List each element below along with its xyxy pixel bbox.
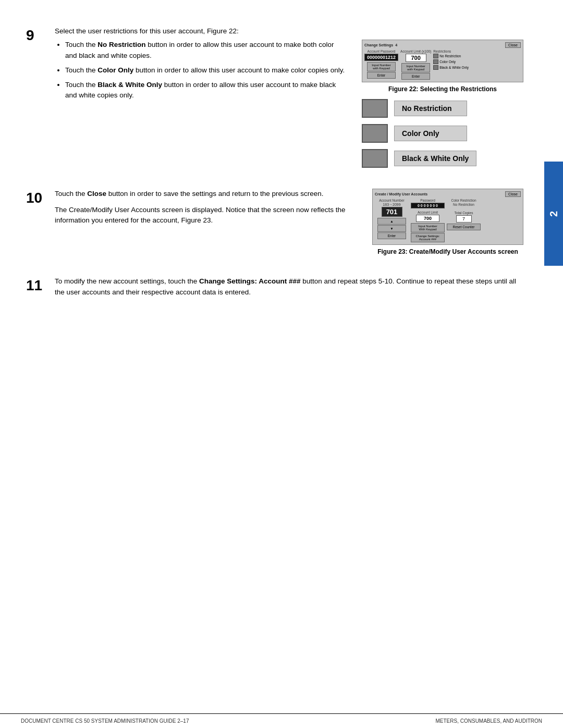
color-restr-label-23: Color Restriction [451,199,476,202]
bw-only-label-large[interactable]: Black & White Only [394,151,476,166]
color-only-button-row: Color Only [362,124,523,143]
acct-num-label: Account Number [379,199,404,202]
step9-content: Select the user restrictions for this us… [55,26,523,174]
bullet2-bold: Color Only [97,66,133,74]
acct-limit-label: Account Limit (x100) [400,50,431,53]
step10-row: 10 Touch the Close button in order to sa… [26,189,523,262]
acct-limit-label-23: Account Limit [418,211,438,214]
no-restr-box [433,54,438,58]
step10-para2: The Create/Modify User Accounts screen i… [55,205,357,226]
bullet1-bold: No Restriction [97,41,145,48]
screen23-close-btn[interactable]: Close [505,191,521,197]
step10-para1: Touch the Close button in order to save … [55,189,357,199]
up-arrow-btn[interactable]: ▲ [377,218,406,225]
step9-figure-col: Change Settings 4 Close Account Password… [362,40,523,174]
total-copies-value-23: 7 [456,215,472,223]
no-restr-text-23: No Restriction [453,203,474,206]
screen-close-button[interactable]: Close [505,42,521,48]
input-keypad-btn-2[interactable]: Input Numberwith Keypad [401,63,430,72]
step11-bold: Change Settings: Account ### [199,277,301,285]
figure22-screen: Change Settings 4 Close Account Password… [362,40,523,82]
restrictions-label: Restrictions [433,50,469,53]
color-only-label-large[interactable]: Color Only [394,126,467,141]
step9-intro: Select the user restrictions for this us… [55,26,523,36]
enter-btn-1[interactable]: Enter [367,72,396,79]
main-content: 9 Select the user restrictions for this … [0,0,563,713]
step11-content: To modify the new account settings, touc… [55,276,523,303]
screen-title: Change Settings [364,43,393,47]
input-keypad-btn-23[interactable]: Input NumberWith Keypad [411,223,445,232]
screen23-title: Create / Modify User Accounts [375,192,427,196]
bw-only-box [433,65,438,70]
page-container: 9 Select the user restrictions for this … [0,0,563,728]
step9-number: 9 [26,26,55,174]
footer-left: DOCUMENT CENTRE CS 50 SYSTEM ADMINISTRAT… [21,718,189,724]
step9-row: 9 Select the user restrictions for this … [26,26,523,174]
bullet2-after: button in order to allow this user accou… [133,66,345,74]
password-label-23: Password [420,199,435,202]
step11-para: To modify the new account settings, touc… [55,276,523,298]
total-copies-label-23: Total Copies [455,211,473,215]
bw-only-row: Black & White Only [433,65,469,70]
input-keypad-btn-1[interactable]: Input Numberwith Keypad [367,62,396,71]
color-only-row: Color Only [433,59,469,64]
figure23-caption: Figure 23: Create/Modify User Accounts s… [372,248,523,255]
mockup23-top: Create / Modify User Accounts Close [375,191,521,197]
no-restriction-label[interactable]: No Restriction [394,101,467,116]
bullet3-bold: Black & White Only [97,81,162,89]
step11-number: 11 [26,276,55,303]
large-restriction-buttons: No Restriction Color Only Black & White … [362,99,523,168]
change-settings-btn-23[interactable]: Change Settings:Account ### [411,233,445,242]
limit-value: 700 [406,54,426,62]
page-footer: DOCUMENT CENTRE CS 50 SYSTEM ADMINISTRAT… [0,713,563,728]
step9-bullet-list: Touch the No Restriction button in order… [55,40,346,101]
color-only-box-large[interactable] [362,124,388,143]
footer-right: METERS, CONSUMABLES, AND AUDITRON [436,718,542,724]
acct-limit-value-23: 700 [416,215,439,222]
bw-only-box-large[interactable] [362,149,388,168]
bullet-item-1: Touch the No Restriction button in order… [65,40,346,61]
password-value-23: 0 0 0 0 0 0 0 [411,203,445,208]
step10-figure-col: Create / Modify User Accounts Close Acco… [372,189,523,262]
figure22-caption: Figure 22: Selecting the Restrictions [362,85,523,93]
acct-display-num: 701 [382,207,402,217]
bullet-item-3: Touch the Black & White Only button in o… [65,80,346,101]
bullet-item-2: Touch the Color Only button in order to … [65,65,346,76]
enter-btn-2[interactable]: Enter [401,73,430,80]
enter-btn-23[interactable]: Enter [377,232,406,239]
restriction-buttons-small: Restrictions No Restriction Color Only [433,50,469,71]
no-restr-label: No Restriction [439,54,461,58]
bw-only-button-row: Black & White Only [362,149,523,168]
password-value: 00000001212 [364,54,398,61]
screen-number: 4 [395,43,397,47]
color-only-label: Color Only [439,60,456,64]
step10-close-bold: Close [87,190,106,198]
step10-para1-after: button in order to save the settings and… [106,190,324,198]
down-arrow-btn[interactable]: ▼ [377,225,406,232]
page-tab: 2 [544,162,563,266]
acct-num-range: 183→2099 [383,203,400,206]
no-restriction-button-row: No Restriction [362,99,523,118]
color-only-box [433,59,438,64]
figure23-screen: Create / Modify User Accounts Close Acco… [372,189,523,245]
content-area: 9 Select the user restrictions for this … [0,16,544,713]
step11-para-before: To modify the new account settings, touc… [55,277,199,285]
no-restr-row: No Restriction [433,54,469,58]
mockup-top-row: Change Settings 4 Close [364,42,521,48]
step10-content: Touch the Close button in order to save … [55,189,523,262]
no-restriction-box[interactable] [362,99,388,118]
bw-only-label: Black & White Only [439,66,469,69]
reset-counter-btn-23[interactable]: Reset Counter [447,224,481,230]
step11-row: 11 To modify the new account settings, t… [26,276,523,303]
step10-number: 10 [26,189,55,262]
acct-password-label: Account Password [368,50,396,53]
